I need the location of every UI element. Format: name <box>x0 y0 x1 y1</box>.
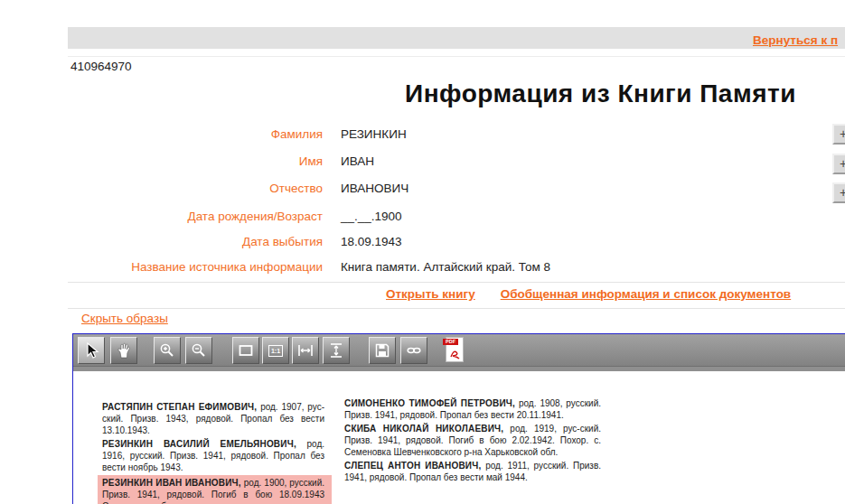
summary-documents-link[interactable]: Обобщенная информация и список документо… <box>501 287 792 301</box>
hand-icon <box>115 341 133 359</box>
pdf-export-button[interactable]: PDF <box>443 337 466 364</box>
page-title: Информация из Книги Памяти <box>405 79 796 108</box>
save-image-button[interactable] <box>369 337 396 364</box>
back-to-search-link[interactable]: Вернуться к п <box>753 33 838 47</box>
field-value-birthdate: __.__.1900 <box>341 210 402 223</box>
marquee-zoom-button[interactable] <box>232 337 259 364</box>
field-label-patronymic: Отчество <box>0 182 323 195</box>
one-to-one-icon: 1:1 <box>268 345 283 357</box>
actual-size-button[interactable]: 1:1 <box>262 337 289 364</box>
field-label-deathdate: Дата выбытия <box>0 235 323 248</box>
top-gray-bar <box>68 27 845 49</box>
scan-entry: СКИБА НИКОЛАЙ НИКОЛАЕВИЧ, род. 1919, рус… <box>344 423 601 458</box>
field-label-firstname: Имя <box>0 154 323 168</box>
open-book-link[interactable]: Открыть книгу <box>386 287 475 301</box>
field-label-surname: Фамилия <box>0 127 323 141</box>
field-label-birthdate: Дата рождения/Возраст <box>0 210 323 223</box>
field-row-deathdate: Дата выбытия 18.09.1943 <box>0 235 845 251</box>
scan-right-column: СИМОНЕНКО ТИМОФЕЙ ПЕТРОВИЧ, род. 1908, р… <box>344 397 601 485</box>
zoom-in-icon <box>158 341 176 359</box>
separator-line <box>68 308 845 309</box>
field-label-source: Название источника информации <box>0 260 323 274</box>
field-row-firstname: Имя ИВАН <box>0 154 845 171</box>
field-row-surname: Фамилия РЕЗИНКИН <box>0 127 845 144</box>
field-row-patronymic: Отчество ИВАНОВИЧ <box>0 182 845 198</box>
fit-height-button[interactable] <box>323 337 350 364</box>
scan-left-column: РАСТЯПИН СТЕПАН ЕФИМОВИЧ, род. 1907, рус… <box>102 401 324 504</box>
pan-tool-button[interactable] <box>110 337 137 364</box>
pdf-label: PDF <box>443 339 458 345</box>
marquee-rectangle-icon <box>237 341 255 359</box>
floppy-disk-icon <box>373 341 391 359</box>
copy-link-button[interactable] <box>400 337 427 364</box>
field-row-source: Название источника информации Книга памя… <box>0 260 845 276</box>
select-tool-button[interactable] <box>78 337 105 364</box>
zoom-out-icon <box>190 341 208 359</box>
hide-images-link[interactable]: Скрыть образы <box>81 312 168 325</box>
scan-entry: РЕЗИНКИН ВАСИЛИЙ ЕМЕЛЬЯНОВИЧ, род. 1916,… <box>102 438 324 473</box>
field-row-birthdate: Дата рождения/Возраст __.__.1900 <box>0 210 845 226</box>
scan-entry: СИМОНЕНКО ТИМОФЕЙ ПЕТРОВИЧ, род. 1908, р… <box>344 397 601 421</box>
scan-entry: СЛЕПЕЦ АНТОН ИВАНОВИЧ, род. 1911, русски… <box>344 460 601 483</box>
firstname-add-button[interactable]: + <box>832 154 845 174</box>
zoom-out-button[interactable] <box>185 337 212 364</box>
action-links-row: Открыть книгу Обобщенная информация и сп… <box>386 287 791 301</box>
field-value-surname: РЕЗИНКИН <box>341 127 407 141</box>
separator-line <box>68 56 845 57</box>
image-viewer: 1:1 <box>72 333 845 504</box>
chain-link-icon <box>405 341 423 359</box>
viewer-toolbar: 1:1 <box>73 334 845 366</box>
field-value-firstname: ИВАН <box>341 154 374 168</box>
fit-height-icon <box>327 341 345 359</box>
field-value-patronymic: ИВАНОВИЧ <box>341 182 408 195</box>
separator-line <box>68 282 845 283</box>
pdf-swoosh-icon <box>450 347 461 363</box>
field-value-source: Книга памяти. Алтайский край. Том 8 <box>341 260 550 274</box>
zoom-in-button[interactable] <box>154 337 181 364</box>
scan-entry-highlighted: РЕЗИНКИН ИВАН ИВАНОВИЧ, род. 1900, русск… <box>98 475 332 504</box>
field-value-deathdate: 18.09.1943 <box>341 235 402 248</box>
scan-entry: РАСТЯПИН СТЕПАН ЕФИМОВИЧ, род. 1907, рус… <box>102 401 324 436</box>
patronymic-add-button[interactable]: + <box>832 182 845 203</box>
record-id: 410964970 <box>70 60 132 73</box>
fit-width-button[interactable] <box>292 337 319 364</box>
surname-add-button[interactable]: + <box>832 124 845 145</box>
fit-width-icon <box>296 341 315 359</box>
cursor-arrow-icon <box>82 341 100 359</box>
memory-book-page: Вернуться к п 410964970 Информация из Кн… <box>0 0 845 504</box>
